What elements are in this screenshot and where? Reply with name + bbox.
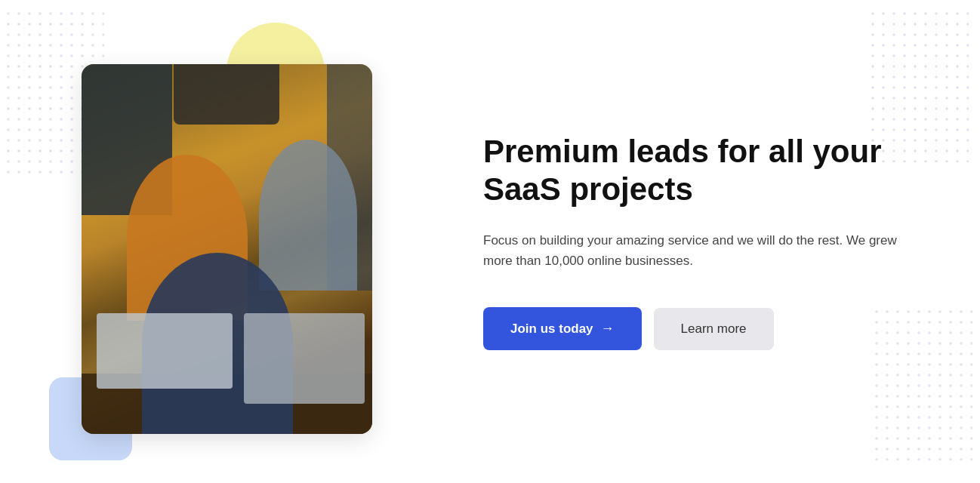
hero-photo: [82, 64, 372, 434]
photo-laptop-2: [244, 313, 365, 404]
hero-headline: Premium leads for all your SaaS projects: [483, 133, 906, 209]
cta-row: Join us today → Learn more: [483, 307, 920, 350]
learn-more-label: Learn more: [681, 321, 747, 336]
page-wrapper: Premium leads for all your SaaS projects…: [0, 0, 980, 483]
right-section: Premium leads for all your SaaS projects…: [408, 88, 980, 395]
photo-chandelier: [174, 64, 279, 125]
hero-image-card: [82, 64, 372, 434]
hero-subtext: Focus on building your amazing service a…: [483, 230, 906, 271]
left-section: [0, 0, 408, 483]
arrow-icon: →: [601, 321, 615, 337]
learn-more-button[interactable]: Learn more: [654, 308, 774, 350]
join-us-button[interactable]: Join us today →: [483, 307, 642, 350]
join-us-label: Join us today: [510, 321, 593, 337]
photo-laptop-1: [97, 313, 233, 389]
photo-person-grey: [259, 140, 357, 291]
